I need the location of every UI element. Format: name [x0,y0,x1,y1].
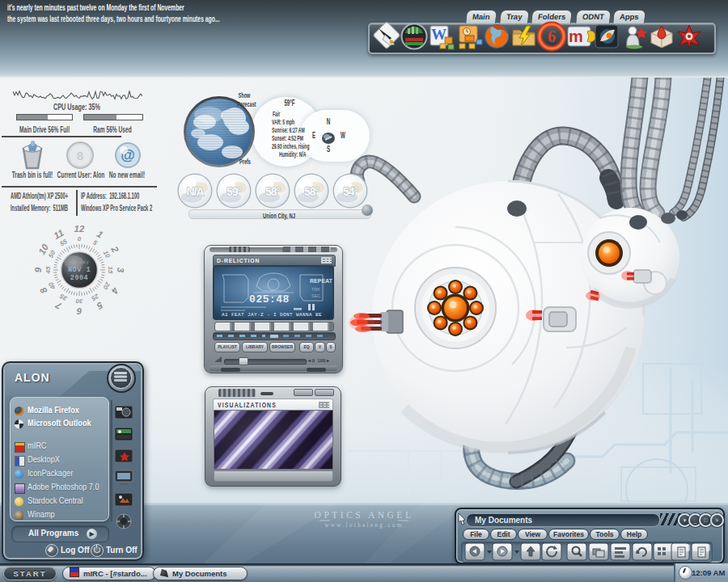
svg-text:6: 6 [548,27,556,45]
svg-text:30: 30 [75,297,83,305]
svg-text:50: 50 [47,249,57,259]
svg-text:35: 35 [58,292,69,302]
svg-text:54°: 54° [343,185,358,198]
svg-text:1: 1 [95,229,105,240]
svg-text:3: 3 [116,268,125,273]
svg-text:NOV 1: NOV 1 [68,266,91,274]
svg-text:2: 2 [109,244,121,255]
svg-text:TRK: TRK [311,287,320,292]
svg-text:0: 0 [78,235,82,242]
svg-text:5: 5 [91,238,99,247]
svg-text:45: 45 [44,266,52,274]
svg-text:5: 5 [95,300,104,311]
svg-text:10: 10 [102,249,112,259]
svg-text:m: m [569,27,583,45]
svg-text:6: 6 [76,306,82,316]
svg-text:15: 15 [107,267,114,274]
svg-text:2004: 2004 [70,274,88,282]
svg-text:58°: 58° [265,185,281,198]
svg-text:www.lothaleng.com: www.lothaleng.com [324,521,404,529]
svg-text:W: W [431,26,447,43]
svg-text:025:48: 025:48 [249,293,290,306]
svg-text:A1 FEAT JAY-Z - I DONT WANNA B: A1 FEAT JAY-Z - I DONT WANNA BE [222,312,322,318]
svg-text:59°: 59° [226,185,242,198]
svg-text:N/A: N/A [186,185,204,198]
svg-text:12: 12 [74,224,85,234]
svg-text:8: 8 [77,149,83,162]
svg-text:SEC: SEC [311,293,320,298]
svg-text:9: 9 [33,267,43,272]
svg-text:monday: monday [69,259,90,265]
svg-text:7: 7 [53,300,63,311]
svg-text:58°: 58° [304,185,320,198]
svg-text:55: 55 [58,238,69,248]
svg-text:8: 8 [38,285,49,295]
svg-text:4: 4 [109,285,121,296]
svg-text:OPTICS ANGEL: OPTICS ANGEL [315,510,414,520]
svg-text:REPEAT: REPEAT [310,278,333,284]
